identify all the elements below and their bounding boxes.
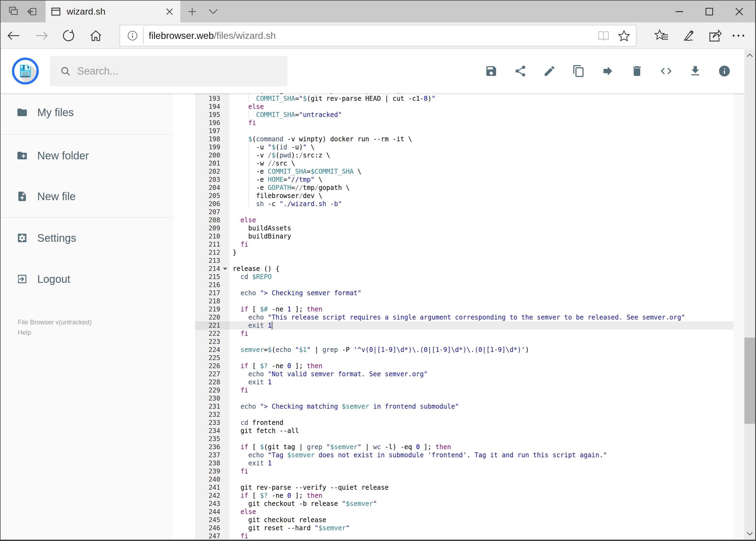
- save-button[interactable]: [477, 55, 506, 87]
- line-number[interactable]: 246: [195, 524, 229, 532]
- code-line-217[interactable]: 217 echo "> Checking semver format": [195, 289, 733, 297]
- code-line-246[interactable]: 246 git reset --hard "$semver": [195, 524, 733, 532]
- code-line-222[interactable]: 222 fi: [195, 329, 733, 337]
- code-line-213[interactable]: 213: [195, 257, 733, 265]
- code-line-219[interactable]: 219 if [ $# -ne 1 ]; then: [195, 305, 733, 313]
- line-number[interactable]: 201: [195, 159, 229, 168]
- code-line-236[interactable]: 236 if [ $(git tag | grep "$semver" | wc…: [195, 443, 733, 451]
- sidebar-item-settings[interactable]: Settings: [1, 225, 173, 252]
- code-line-228[interactable]: 228 exit 1: [195, 378, 733, 386]
- tab-close-button[interactable]: [163, 6, 175, 18]
- code-line-193[interactable]: 193 COMMIT_SHA="$(git rev-parse HEAD | c…: [195, 95, 733, 103]
- sidebar-item-my-files[interactable]: My files: [1, 99, 173, 126]
- code-line-238[interactable]: 238 exit 1: [195, 459, 733, 467]
- code-line-242[interactable]: 242 if [ $? -ne 0 ]; then: [195, 492, 733, 500]
- line-number[interactable]: 227: [195, 370, 229, 378]
- line-number[interactable]: 231: [195, 402, 229, 410]
- code-line-205[interactable]: 205 filebrowser/dev \: [195, 192, 733, 200]
- line-number[interactable]: 216: [195, 281, 229, 289]
- code-line-244[interactable]: 244 else: [195, 508, 733, 516]
- code-line-225[interactable]: 225: [195, 354, 733, 362]
- line-number[interactable]: 241: [195, 483, 229, 492]
- code-line-227[interactable]: 227 echo "Not valid semver format. See s…: [195, 370, 733, 378]
- info-button[interactable]: [710, 55, 739, 87]
- page-scrollbar[interactable]: [744, 49, 755, 540]
- line-number[interactable]: 194: [195, 103, 229, 111]
- code-line-216[interactable]: 216: [195, 281, 733, 289]
- line-number[interactable]: 229: [195, 386, 229, 394]
- line-number[interactable]: 195: [195, 111, 229, 119]
- line-number[interactable]: 219: [195, 305, 229, 313]
- maximize-button[interactable]: [697, 1, 722, 22]
- code-line-233[interactable]: 233 cd frontend: [195, 419, 733, 427]
- line-number[interactable]: 203: [195, 176, 229, 184]
- help-link[interactable]: Help: [18, 327, 92, 337]
- scroll-up-button[interactable]: [744, 49, 755, 61]
- address-bar[interactable]: filebrowser.web/files/wizard.sh: [120, 25, 636, 46]
- code-line-209[interactable]: 209 buildAssets: [195, 224, 733, 232]
- line-number[interactable]: 243: [195, 500, 229, 508]
- line-number[interactable]: 224: [195, 346, 229, 354]
- line-number[interactable]: 228: [195, 378, 229, 386]
- code-line-194[interactable]: 194 else: [195, 103, 733, 111]
- line-number[interactable]: 207: [195, 208, 229, 216]
- line-number[interactable]: 244: [195, 508, 229, 516]
- url-text[interactable]: filebrowser.web/files/wizard.sh: [149, 30, 593, 41]
- code-line-235[interactable]: 235: [195, 435, 733, 443]
- code-editor[interactable]: 192 if [ "$(git status --porcelain)" = "…: [195, 93, 733, 540]
- download-button[interactable]: [681, 55, 710, 87]
- code-line-203[interactable]: 203 -e HOME="//tmp" \: [195, 176, 733, 184]
- scrollbar-thumb[interactable]: [744, 337, 755, 424]
- line-number[interactable]: 234: [195, 427, 229, 435]
- code-line-202[interactable]: 202 -e COMMIT_SHA=$COMMIT_SHA \: [195, 168, 733, 176]
- line-number[interactable]: 233: [195, 419, 229, 427]
- copy-button[interactable]: [564, 55, 593, 87]
- code-line-230[interactable]: 230: [195, 394, 733, 402]
- line-number[interactable]: 235: [195, 435, 229, 443]
- line-number[interactable]: 208: [195, 216, 229, 224]
- forward-button[interactable]: [31, 24, 53, 47]
- line-number[interactable]: 199: [195, 143, 229, 151]
- editor-scrollbar-track[interactable]: [733, 93, 744, 540]
- line-number[interactable]: 197: [195, 127, 229, 135]
- line-number[interactable]: 204: [195, 184, 229, 192]
- minimize-button[interactable]: [667, 1, 692, 22]
- code-line-210[interactable]: 210 buildBinary: [195, 232, 733, 241]
- line-number[interactable]: 230: [195, 394, 229, 402]
- search-box[interactable]: [50, 56, 287, 86]
- close-window-button[interactable]: [727, 1, 752, 22]
- sidebar-item-new-file[interactable]: New file: [1, 183, 173, 210]
- line-number[interactable]: 225: [195, 354, 229, 362]
- code-line-237[interactable]: 237 echo "Tag $semver does not exist in …: [195, 451, 733, 459]
- code-line-201[interactable]: 201 -w //src \: [195, 159, 733, 168]
- code-line-240[interactable]: 240: [195, 475, 733, 483]
- code-line-239[interactable]: 239 fi: [195, 467, 733, 475]
- version-link[interactable]: File Browser v(untracked): [18, 317, 92, 327]
- code-line-212[interactable]: 212}: [195, 249, 733, 257]
- new-tab-button[interactable]: [182, 1, 202, 22]
- line-number[interactable]: 193: [195, 95, 229, 103]
- code-line-211[interactable]: 211 fi: [195, 241, 733, 249]
- settings-and-more-button[interactable]: [727, 24, 750, 47]
- share-button[interactable]: [704, 24, 726, 47]
- code-line-199[interactable]: 199 -u "$(id -u)" \: [195, 143, 733, 151]
- sidebar-item-logout[interactable]: Logout: [1, 266, 173, 292]
- line-number[interactable]: 236: [195, 443, 229, 451]
- code-line-232[interactable]: 232: [195, 410, 733, 419]
- code-line-218[interactable]: 218: [195, 297, 733, 305]
- delete-button[interactable]: [623, 55, 651, 87]
- code-line-206[interactable]: 206 sh -c "./wizard.sh -b": [195, 200, 733, 208]
- code-line-214[interactable]: 214release () {: [195, 265, 733, 273]
- line-number[interactable]: 210: [195, 232, 229, 241]
- code-line-196[interactable]: 196 fi: [195, 119, 733, 127]
- code-line-200[interactable]: 200 -v /$(pwd):/src:z \: [195, 151, 733, 159]
- line-number[interactable]: 211: [195, 241, 229, 249]
- web-notes-button[interactable]: [677, 24, 700, 47]
- line-number[interactable]: 242: [195, 492, 229, 500]
- line-number[interactable]: 245: [195, 516, 229, 524]
- code-line-221[interactable]: 221 exit 1: [195, 321, 733, 329]
- code-line-229[interactable]: 229 fi: [195, 386, 733, 394]
- scroll-down-button[interactable]: [744, 528, 755, 540]
- show-tab-previews-button[interactable]: [203, 1, 223, 22]
- code-line-220[interactable]: 220 echo "This release script requires a…: [195, 313, 733, 321]
